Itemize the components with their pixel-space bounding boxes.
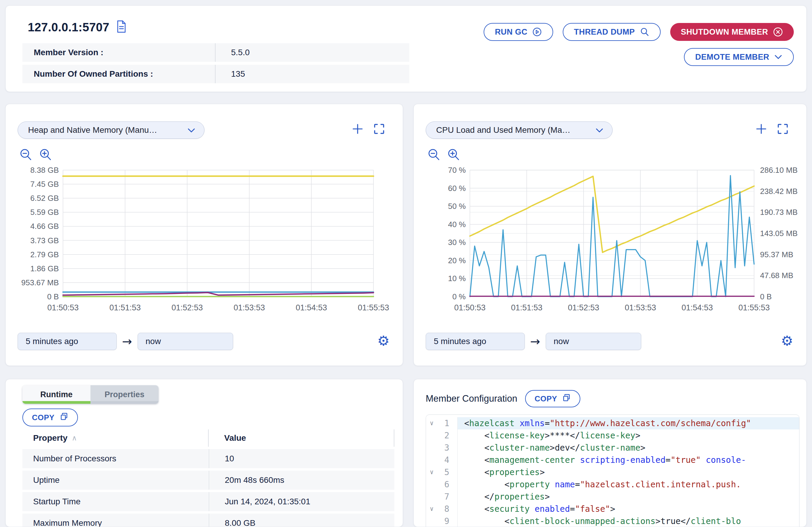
search-icon bbox=[640, 27, 649, 37]
svg-text:95.37 MB: 95.37 MB bbox=[760, 250, 793, 259]
code-gutter: ∨8 bbox=[426, 503, 458, 515]
property-cell: Startup Time bbox=[23, 497, 209, 507]
code-line: ∨8 <security enabled="false"> bbox=[426, 503, 799, 515]
svg-text:01:52:53: 01:52:53 bbox=[171, 303, 203, 312]
svg-text:0 B: 0 B bbox=[47, 292, 59, 301]
cpu-load-chart: 286.10 MB238.42 MB190.73 MB143.05 MB95.3… bbox=[420, 163, 801, 321]
code-text: <security enabled="false"> bbox=[458, 503, 799, 515]
fullscreen-icon[interactable] bbox=[777, 123, 789, 136]
time-to-input[interactable] bbox=[546, 333, 641, 350]
svg-text:238.42 MB: 238.42 MB bbox=[760, 187, 798, 196]
run-gc-label: RUN GC bbox=[495, 27, 527, 37]
svg-text:01:50:53: 01:50:53 bbox=[47, 303, 78, 312]
info-label: Number Of Owned Partitions : bbox=[23, 69, 215, 79]
line-number: 5 bbox=[437, 466, 453, 478]
copy-label: COPY bbox=[32, 413, 55, 422]
fold-chevron-icon[interactable]: ∨ bbox=[426, 503, 437, 515]
table-row: Maximum Memory8.00 GB bbox=[23, 514, 394, 527]
code-gutter: ∨5 bbox=[426, 466, 458, 478]
property-cell: Number of Processors bbox=[23, 454, 209, 464]
value-cell: 10 bbox=[209, 449, 394, 468]
code-gutter: 4 bbox=[426, 454, 458, 466]
svg-text:0 B: 0 B bbox=[760, 292, 772, 301]
svg-text:286.10 MB: 286.10 MB bbox=[760, 166, 798, 175]
svg-text:953.67 MB: 953.67 MB bbox=[21, 278, 59, 287]
arrow-right-icon: → bbox=[530, 335, 540, 348]
line-number: 7 bbox=[437, 491, 453, 503]
svg-text:3.73 GB: 3.73 GB bbox=[30, 236, 59, 245]
runtime-properties-panel: Runtime Properties COPY Property ∧ Value… bbox=[5, 379, 403, 527]
run-gc-button[interactable]: RUN GC bbox=[484, 23, 553, 41]
svg-text:8.38 GB: 8.38 GB bbox=[30, 166, 59, 175]
zoom-in-icon[interactable] bbox=[39, 148, 52, 163]
svg-text:01:55:53: 01:55:53 bbox=[738, 303, 770, 312]
copy-address-icon[interactable] bbox=[116, 20, 127, 34]
heap-memory-chart: 8.38 GB7.45 GB6.52 GB5.59 GB4.66 GB3.73 … bbox=[12, 163, 397, 321]
time-from-input[interactable] bbox=[426, 333, 525, 350]
svg-text:01:55:53: 01:55:53 bbox=[358, 303, 389, 312]
arrow-right-icon: → bbox=[122, 335, 132, 348]
svg-text:01:53:53: 01:53:53 bbox=[625, 303, 656, 312]
fold-chevron-icon[interactable]: ∨ bbox=[426, 417, 437, 429]
chart-settings-gear-icon[interactable]: ⚙ bbox=[781, 334, 793, 348]
add-chart-icon[interactable] bbox=[351, 123, 364, 136]
copy-label: COPY bbox=[535, 394, 557, 404]
fold-chevron-icon[interactable]: ∨ bbox=[426, 466, 437, 478]
zoom-out-icon[interactable] bbox=[19, 148, 32, 163]
code-line: 3 <cluster-name>dev</cluster-name> bbox=[426, 442, 799, 454]
demote-member-button[interactable]: DEMOTE MEMBER bbox=[684, 48, 794, 66]
time-to-input[interactable] bbox=[137, 333, 233, 350]
line-number: 2 bbox=[437, 429, 453, 442]
svg-text:50 %: 50 % bbox=[448, 202, 466, 211]
code-text: <management-center scripting-enabled="tr… bbox=[458, 454, 799, 466]
member-detail-panel: 127.0.0.1:5707 Member Version : 5.5.0 Nu… bbox=[5, 5, 807, 92]
heap-chart-type-select[interactable]: Heap and Native Memory (Manu… bbox=[18, 121, 204, 139]
svg-text:30 %: 30 % bbox=[448, 238, 466, 247]
thread-dump-label: THREAD DUMP bbox=[574, 27, 635, 37]
play-circle-icon bbox=[532, 27, 542, 37]
chart-settings-gear-icon[interactable]: ⚙ bbox=[377, 334, 390, 348]
code-line: ∨5 <properties> bbox=[426, 466, 799, 478]
line-number: 1 bbox=[437, 417, 453, 429]
zoom-out-icon[interactable] bbox=[427, 148, 441, 163]
info-label: Member Version : bbox=[23, 48, 215, 57]
heap-chart-type-value: Heap and Native Memory (Manu… bbox=[28, 125, 157, 135]
svg-text:4.66 GB: 4.66 GB bbox=[30, 222, 59, 231]
chevron-down-icon bbox=[596, 125, 603, 135]
demote-member-label: DEMOTE MEMBER bbox=[695, 53, 769, 62]
cpu-chart-type-value: CPU Load and Used Memory (Ma… bbox=[436, 125, 570, 135]
zoom-in-icon[interactable] bbox=[447, 148, 460, 163]
fold-spacer bbox=[426, 515, 437, 527]
thread-dump-button[interactable]: THREAD DUMP bbox=[563, 23, 661, 41]
config-code-editor[interactable]: ∨1<hazelcast xmlns="http://www.hazelcast… bbox=[426, 414, 799, 527]
svg-text:5.59 GB: 5.59 GB bbox=[30, 208, 59, 217]
code-text: <license-key>****</license-key> bbox=[458, 429, 799, 442]
svg-text:2.79 GB: 2.79 GB bbox=[30, 250, 59, 259]
table-row: Number Of Owned Partitions : 135 bbox=[23, 65, 409, 83]
code-line: ∨1<hazelcast xmlns="http://www.hazelcast… bbox=[426, 417, 799, 429]
code-gutter: 2 bbox=[426, 429, 458, 442]
svg-text:70 %: 70 % bbox=[448, 166, 466, 175]
code-gutter: 9 bbox=[426, 515, 458, 527]
column-header-property[interactable]: Property ∧ bbox=[23, 429, 209, 447]
svg-text:6.52 GB: 6.52 GB bbox=[30, 194, 59, 203]
column-property-label: Property bbox=[33, 433, 68, 443]
tab-runtime[interactable]: Runtime bbox=[23, 385, 90, 404]
column-header-value: Value bbox=[209, 433, 246, 443]
copy-runtime-button[interactable]: COPY bbox=[23, 409, 78, 426]
chevron-down-icon bbox=[188, 125, 195, 135]
cpu-chart-type-select[interactable]: CPU Load and Used Memory (Ma… bbox=[426, 121, 613, 139]
time-from-input[interactable] bbox=[18, 333, 117, 350]
add-chart-icon[interactable] bbox=[755, 123, 768, 136]
copy-config-button[interactable]: COPY bbox=[525, 390, 581, 407]
fullscreen-icon[interactable] bbox=[373, 123, 386, 136]
svg-text:01:51:53: 01:51:53 bbox=[511, 303, 542, 312]
shutdown-member-button[interactable]: SHUTDOWN MEMBER bbox=[670, 23, 794, 41]
cpu-memory-chart-panel: CPU Load and Used Memory (Ma… 286.10 MB2… bbox=[414, 104, 807, 366]
property-cell: Uptime bbox=[23, 475, 209, 485]
runtime-tabs: Runtime Properties bbox=[23, 385, 159, 404]
svg-text:7.45 GB: 7.45 GB bbox=[30, 180, 59, 189]
table-row: Startup TimeJun 14, 2024, 01:35:01 bbox=[23, 492, 394, 511]
tab-properties[interactable]: Properties bbox=[90, 385, 159, 404]
line-number: 6 bbox=[437, 478, 453, 491]
